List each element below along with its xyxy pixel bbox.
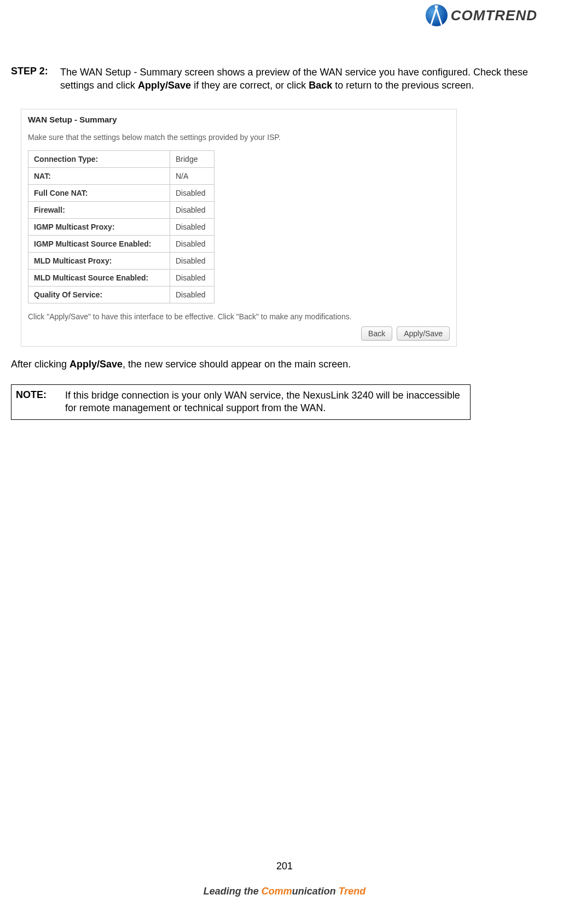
step-text-part2: if they are correct, or click <box>191 80 309 91</box>
panel-title: WAN Setup - Summary <box>28 115 451 124</box>
summary-key: Connection Type: <box>28 150 170 167</box>
after-click-text: After clicking Apply/Save, the new servi… <box>11 359 558 370</box>
summary-key: Quality Of Service: <box>28 286 170 303</box>
summary-key: Firewall: <box>28 201 170 218</box>
step-text: The WAN Setup - Summary screen shows a p… <box>60 66 558 92</box>
table-row: MLD Multicast Proxy: Disabled <box>28 252 214 269</box>
summary-value: Disabled <box>170 235 214 252</box>
panel-subtitle: Make sure that the settings below match … <box>28 133 451 142</box>
summary-value: Disabled <box>170 218 214 235</box>
summary-key: MLD Multicast Source Enabled: <box>28 269 170 286</box>
brand-name: COMTREND <box>451 7 537 24</box>
step-back-bold: Back <box>309 80 332 91</box>
tagline-trend: Trend <box>339 886 366 897</box>
table-row: Firewall: Disabled <box>28 201 214 218</box>
brand-logo-mark <box>426 4 448 26</box>
brand-logo: COMTREND <box>426 4 537 26</box>
back-button[interactable]: Back <box>361 326 392 341</box>
table-row: Connection Type: Bridge <box>28 150 214 167</box>
note-box: NOTE: If this bridge connection is your … <box>11 384 471 420</box>
after-text-part2: , the new service should appear on the m… <box>123 359 351 370</box>
table-row: IGMP Multicast Source Enabled: Disabled <box>28 235 214 252</box>
after-apply-bold: Apply/Save <box>69 359 123 370</box>
table-row: MLD Multicast Source Enabled: Disabled <box>28 269 214 286</box>
summary-key: NAT: <box>28 167 170 184</box>
summary-value: N/A <box>170 167 214 184</box>
summary-value: Disabled <box>170 184 214 201</box>
step-2: STEP 2: The WAN Setup - Summary screen s… <box>11 66 558 92</box>
after-text-part1: After clicking <box>11 359 69 370</box>
panel-buttons: Back Apply/Save <box>27 326 451 341</box>
summary-key: MLD Multicast Proxy: <box>28 252 170 269</box>
tagline-unication: unication <box>292 886 339 897</box>
panel-footer-text: Click "Apply/Save" to have this interfac… <box>28 312 451 321</box>
summary-value: Disabled <box>170 201 214 218</box>
summary-key: Full Cone NAT: <box>28 184 170 201</box>
note-text: If this bridge connection is your only W… <box>65 389 466 416</box>
tagline-comm: Comm <box>262 886 292 897</box>
table-row: Full Cone NAT: Disabled <box>28 184 214 201</box>
summary-key: IGMP Multicast Source Enabled: <box>28 235 170 252</box>
summary-table: Connection Type: Bridge NAT: N/A Full Co… <box>28 150 214 303</box>
note-label: NOTE: <box>16 389 65 416</box>
wan-setup-summary-panel: WAN Setup - Summary Make sure that the s… <box>21 109 457 347</box>
apply-save-button[interactable]: Apply/Save <box>397 326 450 341</box>
table-row: NAT: N/A <box>28 167 214 184</box>
summary-value: Bridge <box>170 150 214 167</box>
step-label: STEP 2: <box>11 66 60 92</box>
summary-value: Disabled <box>170 269 214 286</box>
summary-key: IGMP Multicast Proxy: <box>28 218 170 235</box>
table-row: Quality Of Service: Disabled <box>28 286 214 303</box>
footer-tagline: Leading the Communication Trend <box>0 886 569 897</box>
tagline-lead: Leading the <box>204 886 262 897</box>
step-text-part3: to return to the previous screen. <box>332 80 474 91</box>
page-number: 201 <box>0 861 569 872</box>
table-row: IGMP Multicast Proxy: Disabled <box>28 218 214 235</box>
summary-value: Disabled <box>170 252 214 269</box>
step-apply-bold: Apply/Save <box>138 80 191 91</box>
summary-value: Disabled <box>170 286 214 303</box>
